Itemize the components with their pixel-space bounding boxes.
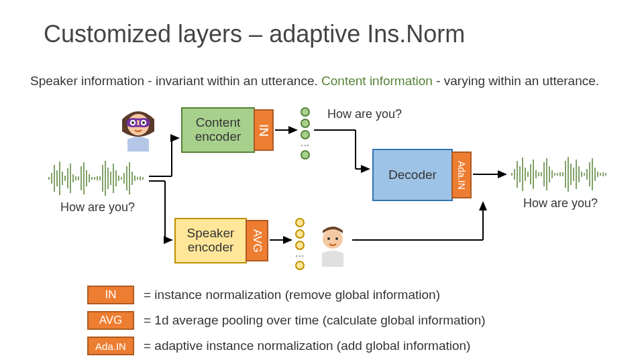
- output-waveform: [510, 154, 610, 194]
- subtitle-highlight: Content information: [321, 74, 433, 88]
- source-speaker-avatar: [119, 107, 157, 152]
- adain-block: Ada.IN: [451, 152, 472, 198]
- legend-chip-in: IN: [87, 286, 134, 304]
- label-how-right: How are you?: [523, 196, 598, 210]
- speaker-vector-icon: ⋮: [295, 218, 305, 270]
- svg-point-43: [327, 237, 330, 240]
- label-how-top: How are you?: [327, 107, 402, 121]
- content-vector-icon: ⋮: [301, 107, 310, 160]
- content-encoder-label-1: Content: [196, 116, 241, 130]
- legend-row-avg: AVG = 1d average pooling over time (calc…: [87, 311, 486, 330]
- avg-block: AVG: [246, 220, 268, 261]
- content-encoder-block: Content encoder: [181, 107, 255, 153]
- legend-row-adain: Ada.IN = adaptive instance normalization…: [87, 337, 470, 355]
- svg-point-44: [335, 237, 338, 240]
- legend-text-in: = instance normalization (remove global …: [144, 288, 440, 302]
- legend-text-adain: = adaptive instance normalization (add g…: [144, 339, 470, 353]
- decoder-block: Decoder: [372, 149, 453, 201]
- speaker-encoder-label-1: Speaker: [187, 227, 235, 241]
- legend-chip-adain: Ada.IN: [87, 337, 134, 355]
- label-how-left: How are you?: [60, 200, 135, 215]
- speaker-encoder-label-2: encoder: [188, 241, 234, 255]
- legend-text-avg: = 1d average pooling over time (calculat…: [144, 313, 486, 328]
- legend-row-in: IN = instance normalization (remove glob…: [87, 286, 440, 304]
- speaker-encoder-block: Speaker encoder: [174, 218, 247, 263]
- legend-chip-avg: AVG: [87, 311, 134, 330]
- svg-point-5: [142, 121, 145, 124]
- content-encoder-label-2: encoder: [195, 130, 241, 144]
- slide-subtitle: Speaker information - invariant within a…: [30, 74, 599, 88]
- source-waveform: [47, 158, 148, 198]
- slide-title: Customized layers – adaptive Ins.Norm: [44, 20, 465, 48]
- subtitle-part-a: Speaker information - invariant within a…: [30, 74, 321, 88]
- svg-point-4: [131, 121, 134, 124]
- subtitle-part-c: - varying within an utterance.: [433, 74, 599, 88]
- in-block: IN: [254, 109, 274, 151]
- target-speaker-avatar: [315, 225, 350, 267]
